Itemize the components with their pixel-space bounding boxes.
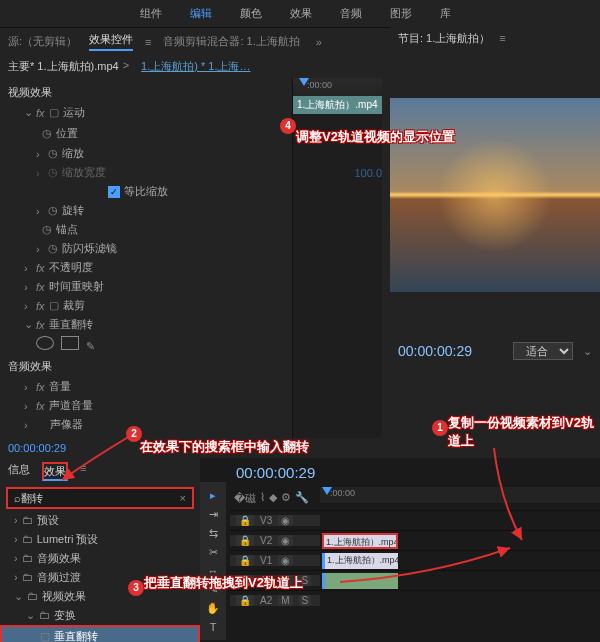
effects-search[interactable]: ⌕ × <box>6 487 194 509</box>
snap-icon[interactable]: �磁 <box>234 491 256 506</box>
mute-icon[interactable]: M <box>278 595 292 606</box>
expand-icon[interactable]: › <box>36 243 48 255</box>
lock-icon[interactable]: 🔒 <box>236 555 254 566</box>
panel-menu-icon[interactable]: ≡ <box>80 462 86 481</box>
solo-icon[interactable]: S <box>299 595 312 606</box>
overflow-icon[interactable]: » <box>316 36 322 48</box>
expand-icon[interactable]: › <box>24 400 36 412</box>
tab-effect-controls[interactable]: 效果控件 <box>89 32 133 51</box>
fx-time-ruler[interactable]: :00:00 <box>293 78 382 96</box>
tab-audio[interactable]: 音频 <box>340 6 362 21</box>
slip-tool-icon[interactable]: ↔ <box>200 562 226 580</box>
link-icon[interactable]: ⌇ <box>260 491 265 506</box>
chevron-down-icon[interactable]: ⌄ <box>583 345 592 358</box>
tab-color[interactable]: 颜色 <box>240 6 262 21</box>
panel-menu-icon[interactable]: ≡ <box>499 32 505 44</box>
expand-icon[interactable]: › <box>36 205 48 217</box>
toggle-output-icon[interactable]: ◉ <box>278 515 293 526</box>
hand-tool-icon[interactable]: ✋ <box>200 599 226 618</box>
track-a1-body[interactable] <box>320 571 600 590</box>
folder-transform[interactable]: ⌄🗀变换 <box>0 606 200 625</box>
toggle-output-icon[interactable]: ◉ <box>278 555 293 566</box>
track-v3: 🔒V3◉ <box>230 510 600 530</box>
tab-library[interactable]: 库 <box>440 6 451 21</box>
expand-icon[interactable]: › <box>36 148 48 160</box>
tab-graphics[interactable]: 图形 <box>390 6 412 21</box>
expand-icon[interactable]: › <box>24 381 36 393</box>
track-a2-body[interactable] <box>320 591 600 610</box>
folder-audio-fx[interactable]: ›🗀音频效果 <box>0 549 200 568</box>
settings-icon[interactable]: ⚙ <box>281 491 291 506</box>
lock-icon[interactable]: 🔒 <box>236 595 254 606</box>
ellipse-mask-icon[interactable] <box>36 336 54 350</box>
expand-icon[interactable]: ⌄ <box>24 106 36 119</box>
tab-effects-panel[interactable]: 效果 <box>42 462 68 481</box>
track-v2: 🔒V2◉ 1.上海航拍）.mp4 [V <box>230 530 600 550</box>
track-label[interactable]: V2 <box>260 535 272 546</box>
expand-icon[interactable]: › <box>24 262 36 274</box>
stopwatch-icon[interactable]: ◷ <box>42 127 52 140</box>
ripple-tool-icon[interactable]: ⇆ <box>200 524 226 543</box>
folder-video-fx[interactable]: ⌄🗀视频效果 <box>0 587 200 606</box>
marker-icon[interactable]: ◆ <box>269 491 277 506</box>
track-v3-body[interactable] <box>320 511 600 530</box>
track-label[interactable]: V3 <box>260 515 272 526</box>
clip-a1[interactable] <box>322 573 398 589</box>
selection-tool-icon[interactable]: ▸ <box>200 486 226 505</box>
tab-assembly[interactable]: 组件 <box>140 6 162 21</box>
razor-tool-icon[interactable]: ✂ <box>200 543 226 562</box>
expand-icon[interactable]: › <box>24 300 36 312</box>
tab-source-monitor[interactable]: 源:（无剪辑） <box>8 34 77 49</box>
effects-search-input[interactable] <box>21 492 180 504</box>
solo-icon[interactable]: S <box>299 575 312 586</box>
stopwatch-icon[interactable]: ◷ <box>48 147 58 160</box>
stopwatch-icon[interactable]: ◷ <box>42 223 52 236</box>
rect-mask-icon[interactable] <box>61 336 79 350</box>
folder-presets[interactable]: ›🗀预设 <box>0 511 200 530</box>
clip-v2[interactable]: 1.上海航拍）.mp4 [V <box>322 533 398 549</box>
effect-vertical-flip[interactable]: ▢垂直翻转 <box>0 625 200 642</box>
keyframe-area: :00:00 1.上海航拍）.mp4 <box>292 78 382 438</box>
track-v1-body[interactable]: 1.上海航拍）.mp4 <box>320 551 600 570</box>
mute-icon[interactable]: M <box>278 575 292 586</box>
toggle-output-icon[interactable]: ◉ <box>278 535 293 546</box>
sequence-clip-link[interactable]: 1.上海航拍) * 1.上海… <box>141 59 250 74</box>
uniform-scale-checkbox[interactable]: ✓ <box>108 186 120 198</box>
position-label: 位置 <box>56 126 274 141</box>
track-v2-body[interactable]: 1.上海航拍）.mp4 [V <box>320 531 600 550</box>
track-select-tool-icon[interactable]: ⇥ <box>200 505 226 524</box>
lock-icon[interactable]: 🔒 <box>236 515 254 526</box>
pen-tool-icon[interactable]: ✎ <box>200 580 226 599</box>
motion-direct-icon[interactable]: ▢ <box>49 106 59 119</box>
expand-icon[interactable]: ⌄ <box>24 318 36 331</box>
lock-icon[interactable]: 🔒 <box>236 535 254 546</box>
folder-lumetri[interactable]: ›🗀Lumetri 预设 <box>0 530 200 549</box>
tab-effects[interactable]: 效果 <box>290 6 312 21</box>
fx-timecode[interactable]: 00:00:00:29 <box>0 438 390 458</box>
track-label[interactable]: A2 <box>260 595 272 606</box>
crop-direct-icon[interactable]: ▢ <box>49 299 59 312</box>
type-tool-icon[interactable]: T <box>200 618 226 636</box>
panel-menu-icon[interactable]: ≡ <box>145 36 151 48</box>
program-timecode[interactable]: 00:00:00:29 <box>398 343 472 359</box>
track-label[interactable]: A1 <box>260 575 272 586</box>
pen-mask-icon[interactable]: ✎ <box>86 340 104 354</box>
tab-audio-mixer[interactable]: 音频剪辑混合器: 1.上海航拍 <box>163 34 299 49</box>
expand-icon[interactable]: › <box>24 281 36 293</box>
lock-icon[interactable]: 🔒 <box>236 575 254 586</box>
tab-edit[interactable]: 编辑 <box>190 6 212 21</box>
clear-search-icon[interactable]: × <box>180 492 186 504</box>
expand-icon[interactable]: › <box>24 419 36 431</box>
tab-info[interactable]: 信息 <box>8 462 30 481</box>
track-label[interactable]: V1 <box>260 555 272 566</box>
stopwatch-icon[interactable]: ◷ <box>48 204 58 217</box>
zoom-fit-select[interactable]: 适合 <box>513 342 573 360</box>
wrench-icon[interactable]: 🔧 <box>295 491 309 506</box>
ruler-tick: :00:00 <box>330 488 355 498</box>
timeline-ruler[interactable]: :00:00 <box>320 487 600 503</box>
clip-v1[interactable]: 1.上海航拍）.mp4 <box>322 553 398 569</box>
program-monitor-preview[interactable] <box>390 98 600 292</box>
stopwatch-icon[interactable]: ◷ <box>48 242 58 255</box>
folder-audio-trans[interactable]: ›🗀音频过渡 <box>0 568 200 587</box>
timeline-timecode[interactable]: 00:00:00:29 <box>236 464 315 481</box>
